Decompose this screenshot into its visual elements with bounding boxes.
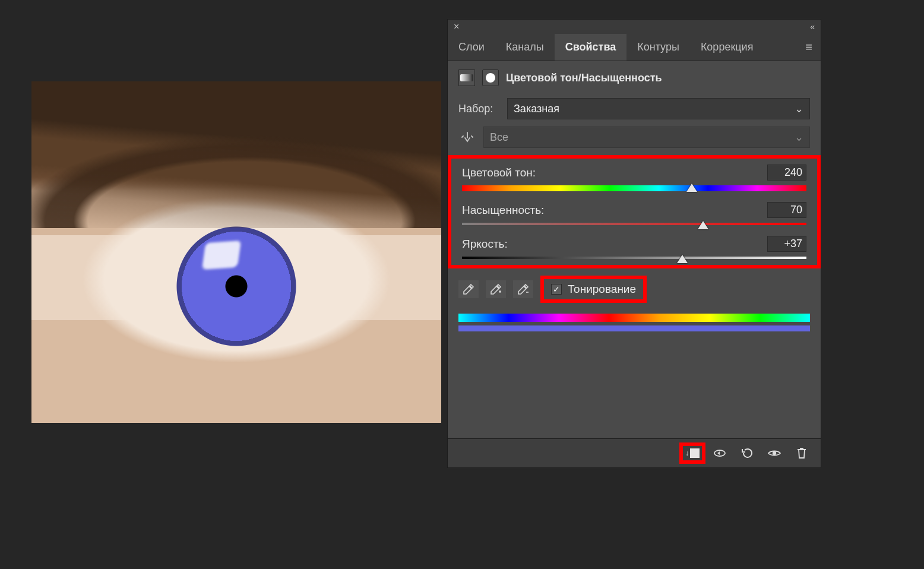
range-row: Все ⌄ (458, 127, 810, 148)
clip-to-layer-button[interactable]: ↓ (679, 442, 705, 464)
colorize-label: Тонирование (568, 283, 636, 296)
chevron-down-icon: ⌄ (795, 131, 803, 144)
tab-layers[interactable]: Слои (448, 34, 495, 61)
saturation-thumb[interactable] (698, 221, 708, 229)
lightness-value-input[interactable] (767, 236, 806, 252)
tab-channels[interactable]: Каналы (495, 34, 555, 61)
range-value: Все (490, 131, 508, 144)
svg-point-0 (773, 451, 776, 455)
lightness-slider[interactable] (462, 257, 806, 259)
hue-thumb[interactable] (686, 184, 697, 192)
view-previous-state-button[interactable] (707, 442, 733, 464)
scrubby-hand-icon[interactable] (458, 129, 476, 145)
lightness-thumb[interactable] (677, 255, 688, 263)
tab-correction[interactable]: Коррекция (690, 34, 764, 61)
preset-select[interactable]: Заказная ⌄ (507, 98, 810, 119)
eyedropper-row: ✓ Тонирование (458, 276, 810, 303)
panel-menu-icon[interactable]: ≡ (797, 40, 821, 54)
saturation-slider[interactable] (462, 223, 806, 225)
image-preview (31, 81, 441, 423)
hue-label: Цветовой тон: (462, 166, 536, 179)
hue-value-input[interactable] (767, 165, 806, 181)
panel-titlebar: × « (448, 20, 821, 34)
hue-slider-block: Цветовой тон: (462, 165, 806, 191)
chevron-down-icon: ⌄ (795, 102, 803, 115)
colorize-highlight: ✓ Тонирование (540, 276, 647, 303)
properties-panel: × « Слои Каналы Свойства Контуры Коррекц… (447, 19, 821, 468)
delete-button[interactable] (789, 442, 815, 464)
document-canvas[interactable] (31, 81, 441, 423)
hue-slider[interactable] (462, 185, 806, 191)
adjustment-header: Цветовой тон/Насыщенность (458, 69, 810, 86)
colorize-checkbox[interactable]: ✓ (551, 284, 562, 295)
collapse-icon[interactable]: « (810, 22, 815, 31)
preset-row: Набор: Заказная ⌄ (458, 98, 810, 119)
panel-footer: ↓ (448, 438, 821, 467)
reset-button[interactable] (734, 442, 760, 464)
preset-label: Набор: (458, 103, 500, 115)
preset-value: Заказная (514, 103, 559, 115)
panel-tabs: Слои Каналы Свойства Контуры Коррекция ≡ (448, 34, 821, 61)
lightness-label: Яркость: (462, 238, 508, 251)
panel-body: Цветовой тон/Насыщенность Набор: Заказна… (448, 61, 821, 438)
saturation-label: Насыщенность: (462, 204, 544, 217)
eyedropper-icon[interactable] (458, 280, 479, 298)
clip-arrow-icon: ↓ (685, 449, 689, 457)
clip-square-icon (690, 448, 700, 458)
spectrum-input-bar (458, 314, 810, 322)
eyedropper-subtract-icon[interactable] (513, 280, 533, 298)
visibility-button[interactable] (761, 442, 787, 464)
color-range-select: Все ⌄ (483, 127, 810, 148)
saturation-slider-block: Насыщенность: (462, 202, 806, 225)
tab-properties[interactable]: Свойства (555, 34, 627, 61)
saturation-value-input[interactable] (767, 202, 806, 218)
close-icon[interactable]: × (454, 21, 459, 32)
tab-paths[interactable]: Контуры (626, 34, 690, 61)
lightness-slider-block: Яркость: (462, 236, 806, 259)
spectrum-output-bar (458, 325, 810, 331)
adjustment-title: Цветовой тон/Насыщенность (506, 72, 662, 84)
eyedropper-add-icon[interactable] (486, 280, 506, 298)
hue-saturation-icon (458, 69, 475, 86)
sliders-highlight: Цветовой тон: Насыщенность: Яркост (448, 155, 821, 268)
mask-icon[interactable] (482, 69, 499, 86)
